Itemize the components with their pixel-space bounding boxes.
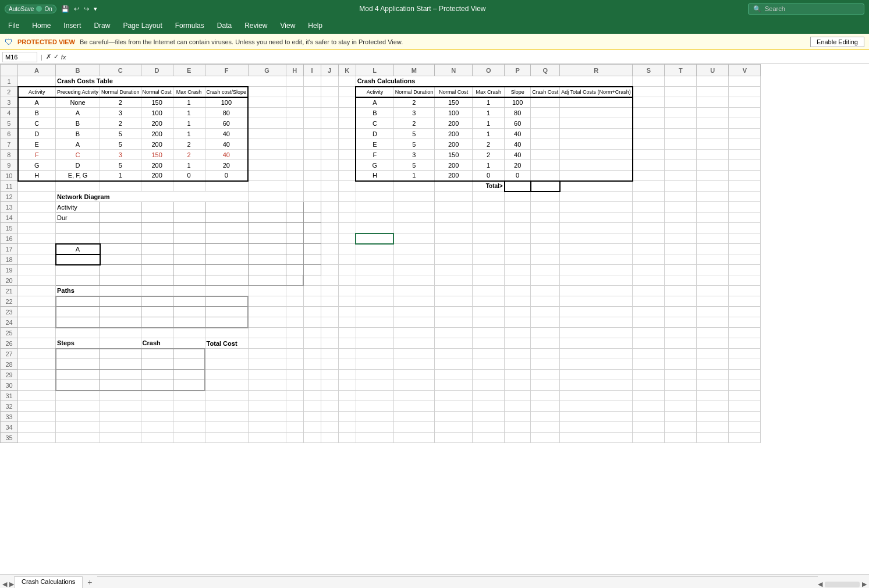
cell-t1[interactable] [665,76,697,87]
cell-c6[interactable]: 5 [100,129,141,139]
cell-l3[interactable]: A [356,97,393,108]
row-header-29[interactable]: 29 [1,370,18,380]
cell-d6[interactable]: 200 [141,129,173,139]
cell-f26[interactable]: Total Cost [205,338,248,349]
cell-j2[interactable] [321,87,338,97]
cell-p3[interactable]: 100 [505,97,531,108]
cell-q2[interactable]: Crash Cost [531,87,560,97]
cell-b14[interactable]: Dur [56,212,100,223]
col-header-q[interactable]: Q [531,65,560,76]
cell-e7[interactable]: 2 [173,139,205,150]
cell-n6[interactable]: 200 [435,129,473,139]
network-diagram-title[interactable]: Network Diagram [56,192,249,202]
row-header-25[interactable]: 25 [1,328,18,338]
cell-i2[interactable] [303,87,321,97]
cell-a9[interactable]: G [18,160,56,171]
cell-f10[interactable]: 0 [205,171,248,181]
cell-r2[interactable]: Adj Total Costs (Norm+Crash) [560,87,633,97]
cell-r6[interactable] [560,129,633,139]
cell-c2[interactable]: Normal Duration [100,87,141,97]
row-header-28[interactable]: 28 [1,359,18,370]
scroll-track[interactable] [825,582,860,587]
row-header-27[interactable]: 27 [1,349,18,359]
cell-o7[interactable]: 2 [473,139,505,150]
cell-n8[interactable]: 150 [435,150,473,160]
row-header-7[interactable]: 7 [1,139,18,150]
row-header-5[interactable]: 5 [1,118,18,129]
col-header-t[interactable]: T [665,65,697,76]
cell-d2[interactable]: Normal Cost [141,87,173,97]
row-header-19[interactable]: 19 [1,265,18,275]
cell-l2[interactable]: Activity [356,87,393,97]
col-header-b[interactable]: B [56,65,100,76]
col-header-h[interactable]: H [286,65,303,76]
cell-m9[interactable]: 5 [393,160,435,171]
cell-f7[interactable]: 40 [205,139,248,150]
cell-f2[interactable]: Crash cost/Slope [205,87,248,97]
cell-a10[interactable]: H [18,171,56,181]
cell-q3[interactable] [531,97,560,108]
cell-b6[interactable]: B [56,129,100,139]
cell-g3[interactable] [248,97,286,108]
cell-p6[interactable]: 40 [505,129,531,139]
cell-o8[interactable]: 2 [473,150,505,160]
sheet-area[interactable]: A B C D E F G H I J K L M N O P Q [0,64,869,574]
row-header-24[interactable]: 24 [1,317,18,328]
fx-icon[interactable]: fx [61,54,66,61]
cell-a1[interactable] [18,76,56,87]
row-header-31[interactable]: 31 [1,391,18,401]
cell-p5[interactable]: 60 [505,118,531,129]
row-header-21[interactable]: 21 [1,286,18,296]
cell-b4[interactable]: A [56,108,100,118]
row-header-26[interactable]: 26 [1,338,18,349]
cell-n9[interactable]: 200 [435,160,473,171]
save-icon[interactable]: 💾 [61,5,69,13]
row-header-8[interactable]: 8 [1,150,18,160]
row-header-35[interactable]: 35 [1,433,18,443]
cell-r5[interactable] [560,118,633,129]
cell-p7[interactable]: 40 [505,139,531,150]
cell-a4[interactable]: B [18,108,56,118]
cell-l8[interactable]: F [356,150,393,160]
col-header-l[interactable]: L [356,65,393,76]
cell-e2[interactable]: Max Crash [173,87,205,97]
col-header-g[interactable]: G [248,65,286,76]
confirm-icon[interactable]: ✓ [54,53,59,61]
cell-c4[interactable]: 3 [100,108,141,118]
cell-b5[interactable]: B [56,118,100,129]
cell-n2[interactable]: Normal Cost [435,87,473,97]
cell-a5[interactable]: C [18,118,56,129]
cell-m3[interactable]: 2 [393,97,435,108]
cell-b2[interactable]: Preceding Activity [56,87,100,97]
row-header-12[interactable]: 12 [1,192,18,202]
cell-l4[interactable]: B [356,108,393,118]
cell-l5[interactable]: C [356,118,393,129]
cell-n5[interactable]: 200 [435,118,473,129]
scroll-right-icon[interactable]: ▶ [9,580,14,588]
cell-q10[interactable] [531,171,560,181]
cell-l1[interactable]: Crash Calculations [356,76,633,87]
menu-insert[interactable]: Insert [58,20,87,31]
cell-m5[interactable]: 2 [393,118,435,129]
cell-n10[interactable]: 200 [435,171,473,181]
col-header-f[interactable]: F [205,65,248,76]
col-header-m[interactable]: M [393,65,435,76]
menu-page-layout[interactable]: Page Layout [117,20,168,31]
cell-s1[interactable] [633,76,665,87]
cell-c3[interactable]: 2 [100,97,141,108]
row-header-34[interactable]: 34 [1,422,18,433]
cell-m16[interactable] [356,233,393,244]
formula-input[interactable] [68,54,867,61]
cell-l10[interactable]: H [356,171,393,181]
cell-p8[interactable]: 40 [505,150,531,160]
cell-d4[interactable]: 100 [141,108,173,118]
cell-a7[interactable]: E [18,139,56,150]
cell-l7[interactable]: E [356,139,393,150]
cell-c9[interactable]: 5 [100,160,141,171]
cell-d10[interactable]: 200 [141,171,173,181]
cell-m4[interactable]: 3 [393,108,435,118]
scroll-left-icon[interactable]: ◀ [2,580,7,588]
cell-e5[interactable]: 1 [173,118,205,129]
cell-e8[interactable]: 2 [173,150,205,160]
cell-d8[interactable]: 150 [141,150,173,160]
